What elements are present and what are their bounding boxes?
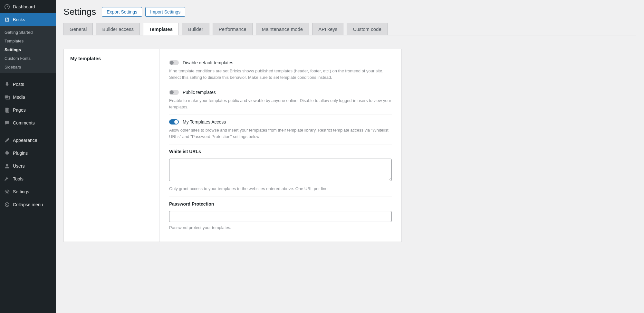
sidebar-item-comments[interactable]: Comments — [0, 116, 56, 129]
settings-panel: My templates Disable default templates I… — [63, 49, 402, 242]
sidebar-item-settings[interactable]: Settings — [0, 185, 56, 198]
whitelist-label: Whitelist URLs — [169, 149, 392, 154]
sidebar-label: Pages — [13, 107, 26, 113]
sidebar-item-bricks[interactable]: bBricks — [0, 13, 56, 26]
sidebar-label: Comments — [13, 120, 35, 125]
content-area: Settings Export Settings Import Settings… — [56, 0, 644, 313]
section-title: My templates — [70, 56, 153, 61]
export-settings-button[interactable]: Export Settings — [102, 7, 142, 17]
page-title: Settings — [63, 7, 96, 17]
sidebar-item-appearance[interactable]: Appearance — [0, 134, 56, 147]
sidebar-item-users[interactable]: Users — [0, 160, 56, 172]
password-desc: Password protect your templates. — [169, 225, 392, 231]
svg-point-9 — [5, 203, 9, 207]
sidebar-item-plugins[interactable]: Plugins — [0, 147, 56, 160]
toggle-0[interactable] — [169, 60, 179, 65]
sidebar-label: Plugins — [13, 151, 28, 156]
password-input[interactable] — [169, 211, 392, 222]
user-icon — [4, 163, 10, 169]
sidebar-sub-settings[interactable]: Settings — [0, 45, 56, 54]
sidebar-sub-getting-started[interactable]: Getting Started — [0, 28, 56, 37]
toggle-desc: If no template conditions are set Bricks… — [169, 68, 392, 80]
collapse-icon — [4, 201, 10, 208]
svg-text:b: b — [6, 18, 8, 22]
bricks-icon: b — [4, 16, 10, 23]
sidebar-label: Bricks — [13, 17, 25, 22]
toggle-label: Public templates — [183, 90, 216, 95]
sidebar-sub-sidebars[interactable]: Sidebars — [0, 63, 56, 71]
page-icon — [4, 107, 10, 113]
pin-icon — [4, 81, 10, 87]
sidebar-label: Dashboard — [13, 4, 35, 9]
sidebar-item-pages[interactable]: Pages — [0, 104, 56, 116]
sidebar-label: Users — [13, 163, 25, 169]
brush-icon — [4, 137, 10, 143]
toggle-label: My Templates Access — [183, 119, 226, 124]
toggle-desc: Allow other sites to browse and insert y… — [169, 127, 392, 140]
admin-sidebar: DashboardbBricks Getting StartedTemplate… — [0, 0, 56, 313]
svg-point-7 — [6, 164, 8, 166]
tab-builder[interactable]: Builder — [182, 23, 209, 35]
tab-performance[interactable]: Performance — [213, 23, 253, 35]
gear-icon — [4, 189, 10, 195]
svg-rect-3 — [5, 96, 8, 98]
wrench-icon — [4, 176, 10, 182]
toggle-desc: Enable to make your templates public and… — [169, 97, 392, 110]
plugin-icon — [4, 150, 10, 156]
tab-templates[interactable]: Templates — [143, 23, 179, 35]
sidebar-item-dashboard[interactable]: Dashboard — [0, 0, 56, 13]
sidebar-label: Posts — [13, 82, 24, 87]
toggle-1[interactable] — [169, 90, 179, 95]
sidebar-label: Media — [13, 95, 25, 100]
whitelist-input[interactable] — [169, 159, 392, 181]
tab-api-keys[interactable]: API keys — [312, 23, 343, 35]
tab-builder-access[interactable]: Builder access — [96, 23, 140, 35]
sidebar-label: Settings — [13, 189, 29, 194]
sidebar-item-tools[interactable]: Tools — [0, 172, 56, 185]
settings-tabs: GeneralBuilder accessTemplatesBuilderPer… — [63, 23, 636, 35]
sidebar-label: Appearance — [13, 138, 37, 143]
collapse-menu[interactable]: Collapse menu — [0, 198, 56, 211]
tab-custom-code[interactable]: Custom code — [347, 23, 387, 35]
password-label: Password Protection — [169, 201, 392, 207]
sidebar-sub-custom-fonts[interactable]: Custom Fonts — [0, 54, 56, 63]
dash-icon — [4, 4, 10, 10]
sidebar-item-media[interactable]: Media — [0, 91, 56, 104]
svg-point-8 — [6, 191, 8, 192]
toggle-2[interactable] — [169, 119, 179, 124]
media-icon — [4, 94, 10, 100]
sidebar-item-posts[interactable]: Posts — [0, 78, 56, 91]
sidebar-sub-templates[interactable]: Templates — [0, 37, 56, 45]
tab-general[interactable]: General — [63, 23, 93, 35]
import-settings-button[interactable]: Import Settings — [145, 7, 185, 17]
sidebar-label: Tools — [13, 176, 24, 181]
toggle-label: Disable default templates — [183, 60, 233, 65]
tab-maintenance-mode[interactable]: Maintenance mode — [256, 23, 309, 35]
whitelist-desc: Only grant access to your templates to t… — [169, 186, 392, 192]
collapse-label: Collapse menu — [13, 202, 43, 207]
comment-icon — [4, 120, 10, 126]
